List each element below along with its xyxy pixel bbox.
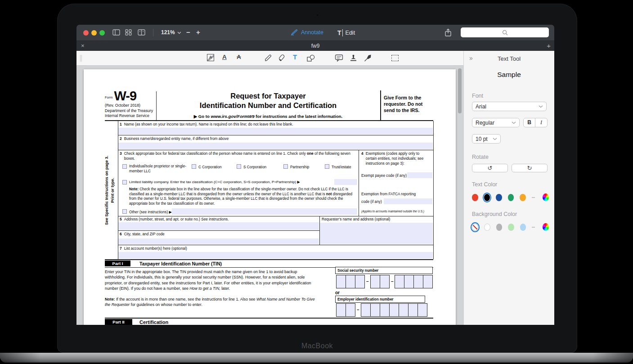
checkbox-trust-estate[interactable] [325, 164, 329, 169]
ein-cell[interactable] [336, 303, 346, 317]
chevron-down-icon[interactable] [177, 31, 181, 34]
bg-color-light-green[interactable] [508, 224, 514, 231]
text-tool-icon[interactable]: T [293, 53, 297, 61]
bg-color-none-selected[interactable] [472, 224, 478, 231]
ssn-cell[interactable] [355, 275, 365, 288]
ssn-cell[interactable] [336, 275, 346, 288]
ssn-cell[interactable] [413, 275, 423, 288]
tab-annotate[interactable]: Annotate [291, 29, 323, 36]
print-or-type-sidebar: See Specific Instructions on page 3. Pri… [103, 121, 118, 260]
tab-title[interactable]: fw9 [76, 43, 554, 49]
ein-cell[interactable] [389, 303, 399, 317]
llc-classification-input[interactable] [334, 179, 357, 185]
comment-icon[interactable] [335, 54, 343, 62]
font-family-select[interactable]: Arial [472, 102, 547, 111]
annotation-toolbar: A A A T [76, 51, 463, 66]
font-style-select[interactable]: Regular [472, 118, 520, 127]
ssn-cell[interactable] [404, 275, 414, 288]
checkbox-s-corporation[interactable] [237, 164, 241, 169]
ein-cell[interactable] [380, 303, 390, 317]
rotate-right-button[interactable]: ↻ [512, 164, 548, 172]
checkbox-llc[interactable] [122, 180, 127, 184]
zoom-in-button[interactable]: + [196, 28, 200, 36]
two-page-view-icon[interactable] [138, 29, 145, 36]
search-icon [502, 30, 508, 36]
bg-color-gray[interactable] [496, 224, 502, 231]
stamp-icon[interactable] [350, 54, 357, 62]
ein-cell[interactable] [361, 303, 371, 317]
sample-preview: Sample [464, 71, 554, 79]
sidebar-toggle-icon[interactable] [112, 29, 120, 36]
fatca-input[interactable] [384, 198, 432, 204]
underline-text-icon[interactable]: A [222, 54, 227, 60]
thumbnails-view-icon[interactable] [125, 29, 132, 36]
app-window: 121% − + Annotate T Edit [76, 25, 554, 325]
line4-label: 4Exemptions (codes apply only to certain… [361, 151, 431, 166]
font-label: Font [472, 93, 483, 99]
minimize-window-button[interactable] [91, 30, 97, 36]
text-color-orange[interactable] [520, 194, 526, 201]
close-window-button[interactable] [83, 30, 89, 36]
new-tab-icon[interactable]: + [547, 42, 551, 49]
fullscreen-window-button[interactable] [99, 30, 105, 36]
line7-label: 7List account number(s) here (optional) [120, 246, 390, 251]
ein-cell[interactable] [408, 303, 418, 317]
ein-cell[interactable] [370, 303, 380, 317]
ssn-cell[interactable] [346, 275, 355, 288]
ein-cell[interactable] [399, 303, 409, 317]
text-color-red[interactable] [472, 194, 478, 201]
pencil-icon[interactable] [264, 54, 272, 62]
chevron-down-icon [539, 105, 543, 108]
requester-input[interactable] [320, 223, 433, 244]
share-icon[interactable] [444, 28, 452, 37]
background-color-label: Background Color [472, 211, 517, 217]
rotate-left-button[interactable]: ↺ [472, 164, 508, 172]
text-color-blue[interactable] [496, 194, 502, 201]
font-size-value: 10 pt [476, 136, 488, 142]
text-color-wheel[interactable] [543, 193, 549, 201]
tab-edit[interactable]: T Edit [337, 29, 355, 36]
strikethrough-text-icon[interactable]: A [237, 54, 241, 60]
line7-input[interactable] [118, 252, 433, 259]
checkbox-other[interactable] [122, 209, 127, 214]
checkbox-individual[interactable] [122, 164, 127, 169]
bg-color-white[interactable] [484, 224, 490, 231]
shapes-icon[interactable] [306, 54, 315, 62]
other-input[interactable] [172, 208, 357, 215]
checkbox-c-corporation[interactable] [192, 164, 196, 169]
signature-pen-icon[interactable] [364, 54, 372, 62]
search-input[interactable] [461, 27, 549, 37]
ssn-cell[interactable] [395, 275, 404, 288]
font-family-value: Arial [476, 103, 486, 110]
text-color-green[interactable] [508, 194, 514, 201]
ssn-cell[interactable] [380, 275, 390, 288]
line1-label: 1Name (as shown on your income tax retur… [120, 122, 430, 127]
zoom-level[interactable]: 121% [161, 29, 175, 36]
checkbox-other-label: Other (see instructions) ▶ [129, 210, 172, 215]
ein-cell[interactable] [346, 303, 355, 317]
checkbox-partnership[interactable] [283, 164, 288, 169]
bold-button[interactable]: B [524, 118, 535, 127]
marker-icon[interactable] [278, 54, 286, 62]
ssn-cell[interactable] [370, 275, 380, 288]
bold-italic-group: B I [523, 118, 548, 127]
line2-input[interactable] [118, 143, 433, 149]
ssn-cell[interactable] [423, 275, 433, 288]
line3-note: Note: Check the appropriate box in the l… [129, 187, 356, 207]
fatca-label2: code (if any) [361, 199, 382, 204]
highlight-text-icon[interactable]: A [207, 54, 214, 61]
ein-cell[interactable] [418, 303, 427, 317]
bg-color-wheel[interactable] [543, 223, 549, 231]
exempt-payee-input[interactable] [407, 172, 432, 178]
italic-button[interactable]: I [535, 118, 547, 127]
text-color-black-selected[interactable] [484, 194, 490, 201]
bg-color-light-blue[interactable] [520, 224, 526, 231]
line6-input[interactable] [118, 238, 319, 244]
zoom-out-button[interactable]: − [186, 28, 190, 36]
font-size-select[interactable]: 10 pt [472, 134, 501, 144]
toolbar-drag-handle[interactable] [80, 55, 83, 62]
selection-tool-icon[interactable] [391, 55, 399, 61]
vertical-scrollbar[interactable] [458, 68, 462, 113]
line1-input[interactable] [118, 128, 433, 135]
line5-input[interactable] [118, 222, 319, 230]
